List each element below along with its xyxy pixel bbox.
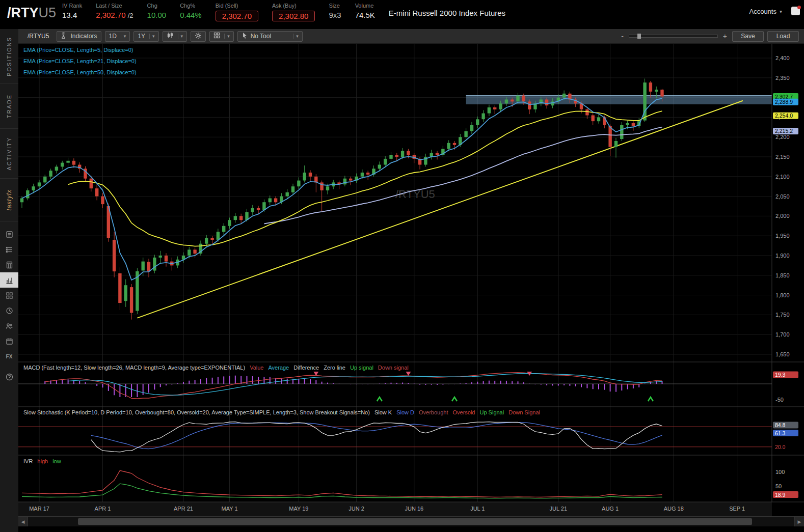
scrollbar-thumb[interactable]	[78, 518, 753, 525]
range-dropdown[interactable]: 1Y ▾	[133, 31, 158, 42]
trading-app: /RTYU5 IV Rank 13.4 Last / Size 2,302.70…	[0, 0, 804, 532]
chevron-down-icon: ▾	[121, 34, 126, 39]
svg-text:JUN 16: JUN 16	[405, 506, 423, 512]
indicators-label: Indicators	[70, 33, 97, 40]
flask-icon	[61, 32, 67, 41]
cursor-icon	[242, 32, 248, 40]
svg-text:MAR 17: MAR 17	[29, 506, 49, 512]
instrument-description: E-mini Russell 2000 Index Futures	[389, 0, 505, 17]
svg-text:2,254.0: 2,254.0	[775, 113, 793, 119]
watchlist-icon[interactable]	[0, 242, 18, 257]
chart-icon[interactable]	[0, 272, 18, 288]
drawing-tool-dropdown[interactable]: No Tool ▾	[237, 31, 303, 42]
sidebar-tab-activity[interactable]: ACTIVITY	[0, 129, 18, 179]
svg-text:1,700: 1,700	[775, 331, 790, 338]
svg-text:1,950: 1,950	[775, 233, 790, 239]
svg-text:61.3: 61.3	[775, 430, 786, 436]
grid-icon[interactable]	[0, 288, 18, 303]
field-size: Size 9x3	[329, 0, 341, 19]
ask-button[interactable]: 2,302.80	[272, 11, 315, 21]
field-volume: Volume 74.5K	[355, 0, 375, 19]
calendar-icon[interactable]	[0, 333, 18, 349]
field-label: IV Rank	[62, 3, 82, 9]
field-label: Chg	[147, 3, 167, 9]
zoom-slider[interactable]	[629, 35, 718, 38]
svg-text:JUL 21: JUL 21	[550, 506, 567, 512]
field-label: Last / Size	[96, 3, 133, 9]
svg-text:2,215.2: 2,215.2	[775, 128, 793, 134]
timeframe-value: 1D	[109, 33, 117, 40]
svg-text:APR 21: APR 21	[174, 506, 193, 512]
field-label: Bid (Sell)	[216, 3, 258, 9]
field-ask: Ask (Buy) 2,302.80	[272, 0, 315, 21]
chart-symbol-input[interactable]: /RTYU5	[23, 32, 53, 41]
svg-text:84.8: 84.8	[775, 422, 786, 428]
svg-text:2,200: 2,200	[775, 134, 790, 140]
sidebar-tab-positions[interactable]: POSITIONS	[0, 29, 18, 84]
field-label: Chg%	[180, 3, 202, 9]
accounts-label: Accounts	[749, 8, 776, 15]
chevron-down-icon: ▾	[149, 34, 155, 39]
svg-text:/RTYU5: /RTYU5	[395, 188, 435, 201]
tab-label: tastyfx	[6, 189, 13, 211]
chart-hscrollbar[interactable]: ◀ ▶	[18, 516, 804, 526]
svg-text:2,050: 2,050	[775, 193, 790, 200]
field-value: 13.4	[62, 11, 82, 19]
scrollbar-track[interactable]	[28, 517, 794, 526]
svg-text:AUG 1: AUG 1	[602, 506, 619, 512]
field-chg-pct: Chg% 0.44%	[180, 0, 202, 19]
svg-text:2,288.9: 2,288.9	[775, 99, 793, 105]
grid-layout-dropdown[interactable]: ▾	[209, 31, 234, 42]
save-button[interactable]: Save	[732, 31, 764, 42]
tab-label: POSITIONS	[6, 37, 12, 76]
svg-text:20.0: 20.0	[775, 444, 786, 450]
indicators-button[interactable]: Indicators	[57, 31, 101, 42]
help-icon[interactable]	[0, 369, 18, 384]
svg-text:1,650: 1,650	[775, 351, 790, 357]
fx-icon[interactable]: FX	[0, 349, 18, 364]
bid-button[interactable]: 2,302.70	[216, 11, 258, 21]
sidebar-tab-tastyfx[interactable]: tastyfx	[0, 179, 18, 221]
chevron-down-icon: ▾	[178, 34, 183, 39]
tab-label: ACTIVITY	[6, 137, 12, 171]
last-price: 2,302.70	[96, 11, 125, 19]
sidebar-tab-trade[interactable]: TRADE	[0, 84, 18, 129]
field-chg: Chg 10.00	[147, 0, 167, 19]
zoom-in-button[interactable]: +	[721, 32, 729, 40]
zoom-slider-thumb[interactable]	[637, 34, 641, 39]
chevron-down-icon: ▾	[780, 9, 782, 14]
svg-text:1,750: 1,750	[775, 312, 790, 318]
field-iv-rank: IV Rank 13.4	[62, 0, 82, 19]
notes-icon[interactable]	[0, 257, 18, 272]
load-button[interactable]: Load	[767, 31, 799, 42]
chevron-down-icon: ▾	[293, 34, 299, 39]
scroll-left-icon[interactable]: ◀	[18, 517, 28, 526]
svg-text:1,900: 1,900	[775, 253, 790, 259]
chart-type-dropdown[interactable]: ▾	[163, 31, 187, 42]
scroll-right-icon[interactable]: ▶	[794, 517, 804, 526]
chart-settings-button[interactable]	[191, 31, 206, 42]
chart-canvas[interactable]: 2,4002,3502,3002,2502,2002,1502,1002,050…	[18, 44, 804, 516]
svg-text:APR 1: APR 1	[95, 506, 111, 512]
svg-text:2,100: 2,100	[775, 174, 790, 180]
zoom-out-button[interactable]: -	[620, 32, 625, 40]
svg-text:JUL 1: JUL 1	[470, 506, 485, 512]
svg-text:2,400: 2,400	[775, 55, 790, 61]
accounts-dropdown[interactable]: Accounts ▾	[749, 0, 782, 15]
svg-text:MAY 1: MAY 1	[222, 506, 238, 512]
symbol-title: /RTYU5	[0, 0, 62, 21]
svg-text:2,350: 2,350	[775, 75, 790, 81]
symbol-month: U5	[39, 5, 57, 20]
notification-icon[interactable]	[791, 7, 800, 15]
svg-text:SEP 1: SEP 1	[729, 506, 745, 512]
range-value: 1Y	[138, 33, 145, 40]
svg-text:50: 50	[775, 483, 782, 489]
tool-label: No Tool	[251, 33, 271, 40]
news-icon[interactable]	[0, 227, 18, 242]
svg-text:1,850: 1,850	[775, 272, 790, 278]
people-icon[interactable]	[0, 318, 18, 333]
history-icon[interactable]	[0, 303, 18, 318]
timeframe-dropdown[interactable]: 1D ▾	[105, 31, 130, 42]
field-label: Size	[329, 3, 341, 9]
svg-text:18.9: 18.9	[775, 492, 786, 498]
